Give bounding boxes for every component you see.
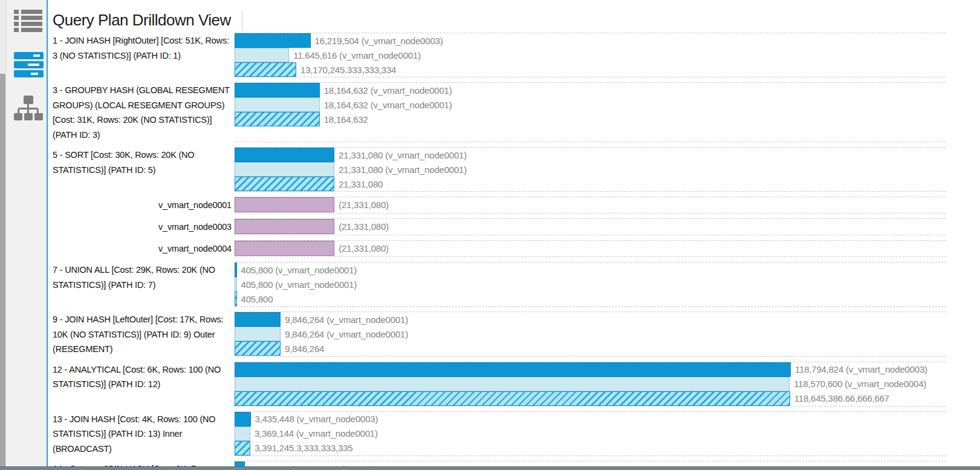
- left-scrollbar[interactable]: [0, 0, 6, 466]
- bar-value: 18,164,632: [324, 114, 368, 125]
- avg-counter-bar[interactable]: [235, 391, 790, 406]
- bar-value: (21,331,080): [339, 221, 389, 232]
- bar-value: 9,846,264 (v_vmart_node0001): [285, 329, 408, 339]
- view-switcher-sidebar: [6, 0, 48, 466]
- bar-line: 13,170,245.333,333,334: [235, 62, 946, 77]
- min-counter-bar[interactable]: [235, 327, 281, 341]
- bar-group: 18,164,632 (v_vmart_node0001)18,164,632 …: [235, 82, 946, 142]
- avg-counter-bar[interactable]: [235, 441, 250, 455]
- plan-path-row: 7 - UNION ALL [Cost: 29K, Rows: 20K (NO …: [49, 262, 980, 307]
- node-label: v_vmart_node0003: [49, 218, 235, 235]
- path-label: 1 - JOIN HASH [RightOuter] [Cost: 51K, R…: [49, 33, 235, 77]
- node-counter-bar[interactable]: [235, 197, 334, 212]
- bar-value: 118,570,600 (v_vmart_node0004): [794, 379, 926, 389]
- bar-line: (21,331,080): [235, 197, 946, 212]
- bar-line: 3,369,144 (v_vmart_node0001): [235, 426, 946, 441]
- bar-line: 118,645,386.66,666,667: [235, 391, 946, 406]
- avg-counter-bar[interactable]: [235, 292, 237, 306]
- main-content: Query Plan Drilldown View 1 - JOIN HASH …: [49, 0, 980, 466]
- bar-line: 21,331,080 (v_vmart_node0001): [235, 162, 946, 177]
- bar-value: 405,800: [241, 294, 273, 304]
- plan-path-row: 5 - SORT [Cost: 30K, Rows: 20K (NO STATI…: [49, 147, 980, 192]
- bar-value: 3,435,448 (v_vmart_node0003): [255, 414, 378, 424]
- avg-counter-bar[interactable]: [235, 341, 281, 356]
- min-counter-bar[interactable]: [235, 162, 334, 177]
- path-label: 9 - JOIN HASH [LeftOuter] [Cost: 17K, Ro…: [49, 312, 235, 357]
- max-counter-bar[interactable]: [235, 362, 791, 377]
- node-row: v_vmart_node0004(21,331,080): [49, 240, 980, 257]
- bar-value: 405,800 (v_vmart_node0001): [241, 279, 357, 290]
- bar-line: 16,219,504 (v_vmart_node0003): [235, 33, 946, 48]
- bar-value: (21,331,080): [339, 200, 389, 210]
- bar-group: 9,846,264 (v_vmart_node0001)9,846,264 (v…: [235, 312, 946, 357]
- bar-value: 11,645,616 (v_vmart_node0001): [293, 50, 421, 60]
- bar-group: 16,219,504 (v_vmart_node0003)11,645,616 …: [235, 33, 946, 77]
- node-label: v_vmart_node0001: [49, 197, 235, 214]
- bar-value: 16,219,504 (v_vmart_node0003): [315, 36, 443, 46]
- page-title: Query Plan Drilldown View: [53, 10, 231, 30]
- bar-value: 9,846,264 (v_vmart_node0001): [285, 315, 408, 325]
- drilldown-view-icon[interactable]: [14, 52, 44, 80]
- bar-line: 118,794,824 (v_vmart_node0003): [235, 362, 946, 377]
- bar-group: 2,184,784 (v_vmart_node0003): [235, 461, 946, 466]
- bar-group: (21,331,080): [235, 218, 946, 235]
- max-counter-bar[interactable]: [235, 263, 237, 277]
- bar-line: 3,391,245.3,333,333,335: [235, 441, 946, 455]
- max-counter-bar[interactable]: [235, 148, 334, 162]
- max-counter-bar[interactable]: [235, 412, 251, 426]
- bar-line: 405,800 (v_vmart_node0001): [235, 263, 946, 277]
- plan-rows: 1 - JOIN HASH [RightOuter] [Cost: 51K, R…: [49, 33, 980, 466]
- bar-line: 9,846,264: [235, 341, 946, 356]
- max-counter-bar[interactable]: [235, 83, 320, 97]
- bar-value: 18,164,632 (v_vmart_node0001): [324, 85, 452, 96]
- bar-line: 9,846,264 (v_vmart_node0001): [235, 312, 946, 327]
- bar-line: (21,331,080): [235, 219, 946, 234]
- node-row: v_vmart_node0003(21,331,080): [49, 218, 980, 235]
- title-bar: Query Plan Drilldown View: [49, 0, 980, 30]
- bar-line: 2,184,784 (v_vmart_node0003): [235, 462, 946, 466]
- avg-counter-bar[interactable]: [235, 177, 334, 191]
- max-counter-bar[interactable]: [235, 33, 311, 48]
- query-plan-drilldown-window: Query Plan Drilldown View 1 - JOIN HASH …: [0, 0, 980, 470]
- bar-line: 118,570,600 (v_vmart_node0004): [235, 377, 946, 391]
- bar-line: 18,164,632 (v_vmart_node0001): [235, 83, 946, 97]
- bar-group: 405,800 (v_vmart_node0001)405,800 (v_vma…: [235, 262, 946, 307]
- bar-line: 21,331,080 (v_vmart_node0001): [235, 148, 946, 162]
- plan-path-row: 3 - GROUPBY HASH (GLOBAL RESEGMENT GROUP…: [49, 82, 980, 142]
- plan-path-row: 12 - ANALYTICAL [Cost: 6K, Rows: 100 (NO…: [49, 362, 980, 406]
- bar-value: 9,846,264: [285, 344, 324, 354]
- min-counter-bar[interactable]: [235, 97, 320, 112]
- left-scrollbar-thumb[interactable]: [0, 74, 5, 466]
- bar-value: 405,800 (v_vmart_node0001): [241, 265, 357, 275]
- avg-counter-bar[interactable]: [235, 62, 296, 77]
- bar-group: 3,435,448 (v_vmart_node0003)3,369,144 (v…: [235, 411, 946, 457]
- path-label: 12 - ANALYTICAL [Cost: 6K, Rows: 100 (NO…: [49, 362, 235, 406]
- bar-value: 3,369,144 (v_vmart_node0001): [255, 428, 378, 439]
- bar-value: (21,331,080): [339, 243, 389, 253]
- list-view-icon[interactable]: [14, 9, 44, 37]
- max-counter-bar[interactable]: [235, 312, 281, 327]
- node-counter-bar[interactable]: [235, 219, 334, 234]
- node-label: v_vmart_node0004: [49, 240, 235, 257]
- bar-value: 21,331,080 (v_vmart_node0001): [339, 150, 467, 160]
- bar-group: 21,331,080 (v_vmart_node0001)21,331,080 …: [235, 147, 946, 192]
- bar-value: 118,645,386.66,666,667: [794, 393, 889, 403]
- bar-line: 11,645,616 (v_vmart_node0001): [235, 48, 946, 62]
- max-counter-bar[interactable]: [235, 462, 245, 466]
- plan-path-row: 14 - Outer -> JOIN HASH [Cost: 3K, Rows:…: [49, 461, 980, 466]
- avg-counter-bar[interactable]: [235, 112, 320, 126]
- min-counter-bar[interactable]: [235, 426, 250, 441]
- path-label: 7 - UNION ALL [Cost: 29K, Rows: 20K (NO …: [49, 262, 235, 307]
- path-label: 13 - JOIN HASH [Cost: 4K, Rows: 100 (NO …: [49, 411, 235, 457]
- bar-value: 3,391,245.3,333,333,335: [255, 443, 352, 453]
- min-counter-bar[interactable]: [235, 277, 237, 292]
- plan-path-row: 13 - JOIN HASH [Cost: 4K, Rows: 100 (NO …: [49, 411, 980, 457]
- title-divider: [242, 11, 242, 30]
- min-counter-bar[interactable]: [235, 377, 790, 391]
- bar-line: 18,164,632 (v_vmart_node0001): [235, 97, 946, 112]
- tree-view-icon[interactable]: [14, 94, 44, 122]
- min-counter-bar[interactable]: [235, 48, 289, 62]
- bar-value: 18,164,632 (v_vmart_node0001): [324, 100, 452, 110]
- bar-value: 21,331,080: [339, 179, 383, 189]
- node-counter-bar[interactable]: [235, 241, 334, 256]
